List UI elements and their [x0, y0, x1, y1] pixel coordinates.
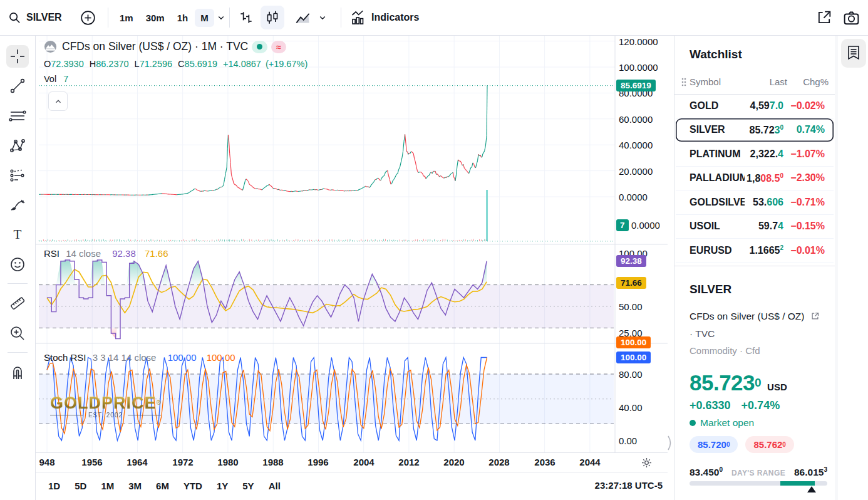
range-all[interactable]: All [264, 478, 285, 494]
approx-data-pill[interactable]: ≈ [271, 41, 286, 53]
watchlist-change: 0.74% [783, 124, 825, 135]
crosshair-tool-button[interactable] [6, 45, 29, 68]
details-description[interactable]: CFDs on Silver (US$ / OZ) [690, 311, 820, 322]
xabcd-pattern-icon [8, 137, 27, 155]
details-desc-text: CFDs on Silver (US$ / OZ) [690, 311, 804, 321]
fib-lines-tool-button[interactable] [6, 105, 29, 127]
range-5y[interactable]: 5Y [238, 478, 258, 494]
last-price-badge: 85.6919 [616, 80, 656, 91]
time-axis-label: 1972 [172, 457, 193, 467]
chart-legend-header[interactable]: CFDs on Silver (US$ / OZ) · 1M · TVC ≈ [44, 40, 286, 53]
rsi-legend[interactable]: RSI 14 close 92.38 71.66 [44, 248, 168, 259]
stoch-axis-label: 40.00 [619, 402, 643, 413]
screenshot-button[interactable] [842, 0, 860, 35]
time-axis-label: 2020 [443, 457, 464, 467]
forecast-tool-button[interactable] [6, 164, 29, 187]
price-axis-label: 0.0000 [619, 192, 648, 202]
watchlist-row[interactable]: GOLDSILVER53.606−0.71% [676, 190, 834, 215]
rsi-value-badge: 92.38 [616, 255, 646, 267]
stoch-k-value: 100.00 [168, 352, 197, 363]
watchlist-symbol: GOLD [690, 100, 745, 112]
chart-type-chevron-down-icon[interactable] [317, 12, 328, 23]
details-change: +0.6330 [690, 399, 731, 412]
stoch-k-badge: 100.00 [616, 352, 651, 363]
measure-tool-button[interactable] [6, 292, 29, 315]
trend-line-tool-button[interactable] [6, 75, 29, 97]
stoch-d-badge: 100.00 [616, 336, 651, 348]
watchlist-row[interactable]: SILVER85.72300.74% [676, 118, 834, 143]
chevron-up-icon [54, 97, 63, 106]
zoom-in-tool-button[interactable] [6, 322, 29, 345]
range-ytd[interactable]: YTD [179, 478, 207, 494]
stoch-rsi-legend[interactable]: Stoch RSI 3 3 14 14 close 100.00 100.00 [44, 352, 235, 363]
top-toolbar: SILVER 1m 30m 1h M [0, 0, 868, 36]
watchlist-change: −0.01% [783, 245, 825, 256]
column-symbol[interactable]: Symbol [690, 76, 741, 87]
symbol-search[interactable]: SILVER [8, 0, 62, 35]
ask-pill[interactable]: 85.7620 [745, 436, 793, 453]
time-axis-label: 948 [39, 457, 54, 467]
interval-chevron-down-icon[interactable] [215, 12, 227, 23]
interval-1m[interactable]: 1m [114, 9, 139, 27]
chart-type-area-button[interactable] [291, 0, 328, 35]
watchlist-symbol: PALLADIUM [690, 172, 745, 184]
price-axis-label: 60.0000 [619, 114, 653, 125]
indicators-button[interactable]: Indicators [349, 0, 419, 35]
symbol-name[interactable]: SILVER [26, 12, 62, 23]
range-1m[interactable]: 1M [96, 478, 118, 494]
watchlist-tab-button[interactable] [841, 39, 866, 68]
bottom-toolbar: 1D 5D 1M 3M 6M YTD 1Y 5Y All 23:27:18 UT… [35, 472, 668, 500]
watchlist-symbol: GOLDSILVER [690, 197, 745, 208]
drag-dots-icon[interactable] [681, 77, 687, 87]
interval-1M[interactable]: M [195, 9, 214, 27]
watchlist-change: −1.07% [783, 148, 825, 160]
toolbar-divider [108, 8, 108, 28]
plus-circle-icon [80, 9, 96, 26]
range-1y[interactable]: 1Y [212, 478, 232, 494]
watchlist-change: −2.30% [783, 172, 825, 184]
pattern-tool-button[interactable] [6, 135, 29, 157]
price-axis-label: 100.0000 [619, 62, 658, 73]
external-link-icon[interactable] [810, 311, 820, 321]
chart-type-bars-button[interactable] [234, 0, 258, 35]
clock[interactable]: 23:27:18 UTC-5 [595, 480, 663, 491]
share-button[interactable] [815, 0, 833, 35]
chart-symbol-title[interactable]: CFDs on Silver (US$ / OZ) · 1M · TVC [62, 40, 248, 53]
pane-collapse-button[interactable] [48, 91, 68, 111]
details-price-row: 85.7230 USD [690, 370, 787, 395]
column-last[interactable]: Last [741, 76, 787, 87]
zoom-in-icon [8, 324, 27, 343]
stoch-axis-label: 80.00 [619, 369, 643, 380]
watchlist-row[interactable]: USOIL59.74−0.15% [676, 215, 834, 239]
compare-add-button[interactable] [80, 0, 96, 35]
watchlist-row[interactable]: GOLD4,597.0−0.02% [676, 94, 834, 118]
watchlist-last: 4,597.0 [745, 100, 783, 112]
chart-type-candles-button[interactable] [261, 0, 284, 35]
watchlist-row[interactable]: PALLADIUM1,808.50−2.30% [676, 167, 834, 191]
price-axis-label: 40.0000 [619, 140, 653, 150]
time-axis-settings-button[interactable] [640, 456, 653, 469]
watchlist-row[interactable]: PLATINUM2,322.4−1.07% [676, 142, 834, 167]
days-range-row: 83.4500 DAY'S RANGE 86.0153 [690, 466, 827, 478]
text-tool-button[interactable]: T [6, 223, 29, 246]
magnet-tool-button[interactable] [6, 361, 29, 383]
watchlist-row[interactable]: EURUSD1.16652−0.01% [676, 239, 834, 263]
chart-area[interactable]: CFDs on Silver (US$ / OZ) · 1M · TVC ≈ O… [35, 35, 668, 452]
chart-canvas[interactable] [35, 35, 668, 452]
time-axis[interactable]: 948 1956 1964 1972 1980 1988 1996 2004 2… [35, 452, 668, 472]
details-type: Commodity · Cfd [690, 345, 760, 356]
emoji-tool-button[interactable] [6, 253, 29, 276]
range-3m[interactable]: 3M [124, 478, 146, 494]
range-6m[interactable]: 6M [152, 478, 173, 494]
time-axis-label: 2012 [398, 457, 419, 467]
column-chg[interactable]: Chg% [787, 76, 829, 87]
brush-tool-button[interactable] [6, 194, 29, 216]
range-1d[interactable]: 1D [44, 478, 65, 494]
range-low: 83.4500 [690, 466, 723, 478]
market-status-pill[interactable] [252, 41, 267, 53]
bid-pill[interactable]: 85.7200 [690, 436, 738, 453]
interval-1h[interactable]: 1h [172, 9, 194, 27]
watchlist-last: 59.74 [745, 221, 783, 232]
range-5d[interactable]: 5D [70, 478, 91, 494]
interval-30m[interactable]: 30m [140, 9, 170, 27]
